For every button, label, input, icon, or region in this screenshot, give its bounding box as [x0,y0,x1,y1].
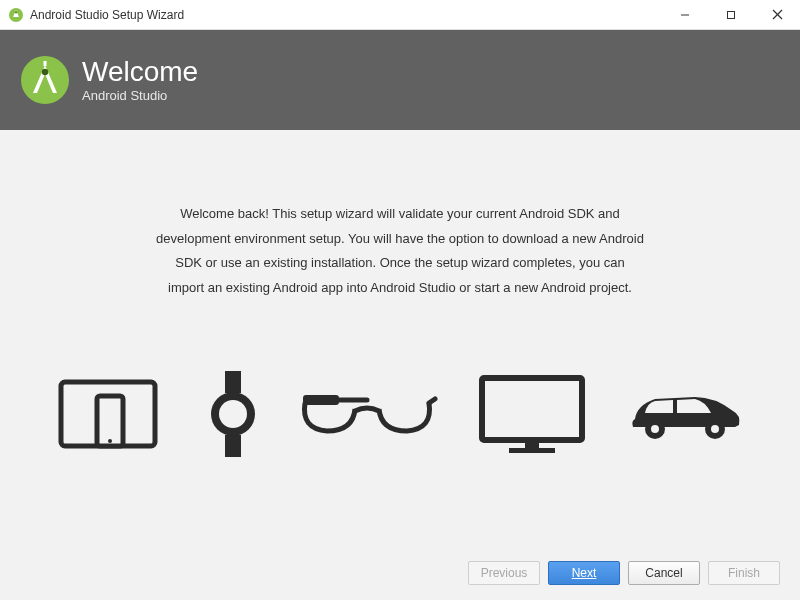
svg-point-15 [219,400,247,428]
welcome-line: SDK or use an existing installation. Onc… [156,251,644,276]
maximize-button[interactable] [708,0,754,29]
welcome-line: Welcome back! This setup wizard will val… [156,202,644,227]
svg-rect-13 [225,435,241,457]
svg-rect-10 [97,396,123,446]
svg-rect-16 [303,395,339,405]
window-title: Android Studio Setup Wizard [30,8,662,22]
device-icons-row [57,369,743,463]
welcome-line: development environment setup. You will … [156,227,644,252]
previous-button: Previous [468,561,540,585]
wizard-title: Welcome [82,57,198,88]
svg-rect-3 [728,11,735,18]
wizard-footer: Previous Next Cancel Finish [0,552,800,600]
watch-icon [205,369,261,463]
svg-point-23 [711,425,719,433]
finish-button: Finish [708,561,780,585]
svg-rect-12 [225,371,241,393]
window-titlebar: Android Studio Setup Wizard [0,0,800,30]
window-controls [662,0,800,29]
svg-point-1 [15,11,17,13]
welcome-line: import an existing Android app into Andr… [156,276,644,301]
tv-icon [477,373,587,459]
svg-rect-17 [482,378,582,440]
wizard-content: Welcome back! This setup wizard will val… [0,130,800,552]
tablet-phone-icon [57,374,167,458]
next-button[interactable]: Next [548,561,620,585]
svg-rect-8 [44,61,47,66]
close-button[interactable] [754,0,800,29]
svg-point-21 [651,425,659,433]
minimize-button[interactable] [662,0,708,29]
svg-point-11 [108,439,112,443]
glass-icon [299,389,439,443]
wizard-header: Welcome Android Studio [0,30,800,130]
header-text-group: Welcome Android Studio [82,57,198,103]
welcome-message: Welcome back! This setup wizard will val… [156,202,644,301]
android-studio-app-icon [8,7,24,23]
svg-rect-18 [525,440,539,448]
cancel-button[interactable]: Cancel [628,561,700,585]
android-studio-logo-icon [20,55,70,105]
svg-point-7 [42,69,48,75]
svg-rect-19 [509,448,555,453]
wizard-subtitle: Android Studio [82,88,198,103]
car-icon [625,385,743,447]
